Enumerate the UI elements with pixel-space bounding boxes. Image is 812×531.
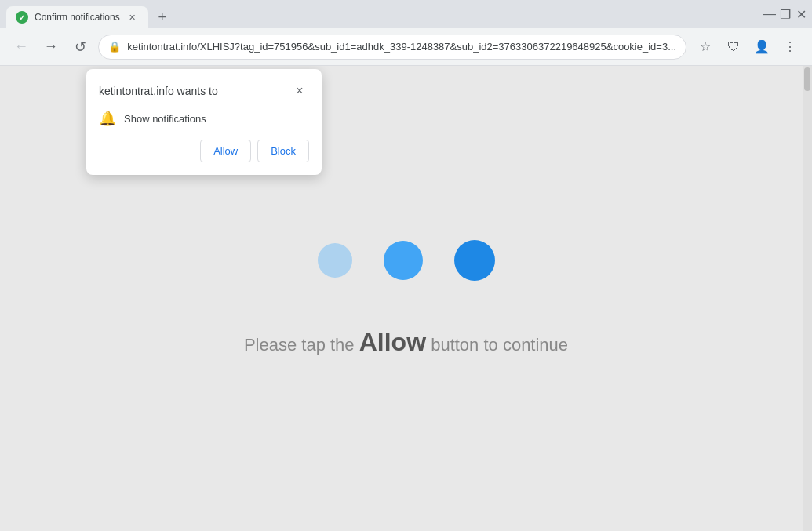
- shield-button[interactable]: 🛡: [721, 35, 746, 60]
- toolbar-actions: ☆ 🛡 👤 ⋮: [693, 35, 803, 60]
- close-button[interactable]: ✕: [796, 9, 806, 19]
- new-tab-button[interactable]: +: [151, 6, 173, 28]
- popup-close-button[interactable]: ×: [290, 82, 309, 100]
- title-bar: Confirm notifications ✕ + — ❐ ✕: [0, 0, 812, 28]
- tab-close-button[interactable]: ✕: [126, 11, 139, 24]
- browser-window: Confirm notifications ✕ + — ❐ ✕ ← → ↺ 🔒 …: [0, 0, 812, 531]
- scrollbar-thumb[interactable]: [804, 67, 810, 91]
- notification-popup: ketintontrat.info wants to × 🔔 Show noti…: [86, 69, 322, 175]
- popup-header: ketintontrat.info wants to ×: [99, 82, 309, 100]
- scrollbar[interactable]: [803, 66, 812, 531]
- popup-permission: 🔔 Show notifications: [99, 110, 309, 127]
- toolbar: ← → ↺ 🔒 ketintontrat.info/XLHISJ?tag_id=…: [0, 28, 812, 66]
- lock-icon: 🔒: [108, 41, 121, 53]
- popup-actions: Allow Block: [99, 140, 309, 162]
- account-button[interactable]: 👤: [749, 35, 774, 60]
- maximize-button[interactable]: ❐: [781, 9, 790, 19]
- menu-button[interactable]: ⋮: [777, 35, 803, 60]
- dot-light: [318, 243, 352, 278]
- allow-button[interactable]: Allow: [200, 140, 251, 162]
- message-suffix: button to continue: [431, 335, 568, 355]
- forward-button[interactable]: →: [39, 35, 63, 60]
- bell-icon: 🔔: [99, 110, 116, 127]
- address-bar[interactable]: 🔒 ketintontrat.info/XLHISJ?tag_id=751956…: [98, 35, 686, 60]
- message-highlight: Allow: [359, 328, 426, 356]
- active-tab[interactable]: Confirm notifications ✕: [6, 6, 148, 28]
- back-button[interactable]: ←: [9, 35, 33, 60]
- dots-container: [318, 240, 495, 281]
- block-button[interactable]: Block: [257, 140, 309, 162]
- tab-bar: Confirm notifications ✕ +: [6, 0, 756, 28]
- reload-button[interactable]: ↺: [69, 35, 93, 60]
- dot-medium: [384, 241, 423, 280]
- permission-text: Show notifications: [124, 113, 206, 125]
- dot-dark: [454, 240, 495, 281]
- message-prefix: Please tap the: [244, 335, 355, 355]
- popup-title: ketintontrat.info wants to: [99, 85, 218, 97]
- address-text: ketintontrat.info/XLHISJ?tag_id=751956&s…: [127, 41, 676, 53]
- tab-favicon: [16, 11, 28, 24]
- tab-title: Confirm notifications: [35, 12, 120, 23]
- page-content: ketintontrat.info wants to × 🔔 Show noti…: [0, 66, 812, 531]
- page-message: Please tap the Allow button to continue: [244, 328, 568, 357]
- window-controls: — ❐ ✕: [765, 9, 806, 19]
- star-button[interactable]: ☆: [693, 35, 718, 60]
- minimize-button[interactable]: —: [765, 9, 774, 19]
